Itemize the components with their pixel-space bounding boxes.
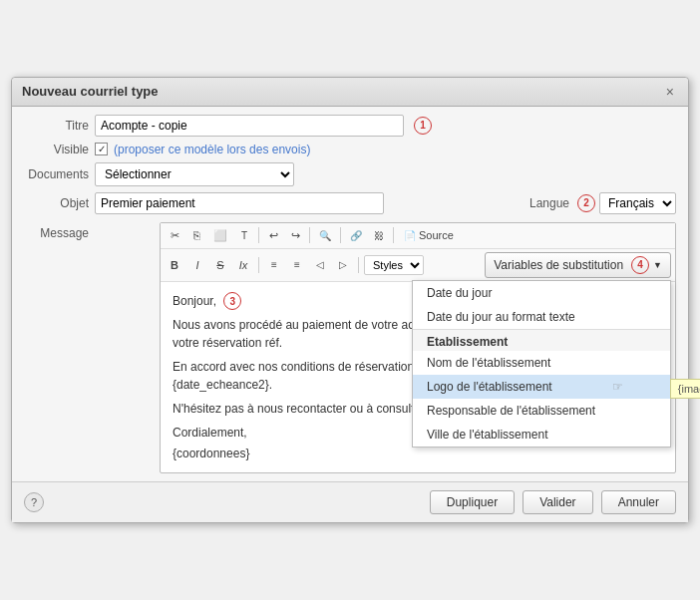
dropdown-item-date[interactable]: Date du jour — [413, 281, 670, 305]
copy-button[interactable]: ⎘ — [186, 226, 206, 244]
dropdown-arrow-icon: ▼ — [653, 260, 662, 270]
visible-row: Visible ✓ (proposer ce modèle lors des e… — [24, 143, 676, 156]
sep1 — [258, 227, 259, 243]
sep2 — [309, 227, 310, 243]
footer-buttons: Dupliquer Valider Annuler — [430, 490, 676, 514]
message-label: Message — [24, 222, 89, 474]
titre-label: Titre — [24, 119, 89, 133]
cursor-icon: ☞ — [612, 380, 623, 394]
badge-2: 2 — [577, 194, 595, 212]
variables-button[interactable]: Variables de substitution 4 ▼ — [485, 252, 671, 278]
logo-tooltip: {image_logo} — [670, 379, 700, 399]
objet-langue-row: Objet Langue 2 Français — [24, 192, 676, 214]
editor-line5-text: Cordialement, — [173, 426, 247, 440]
indent-left-button[interactable]: ◁ — [310, 256, 330, 273]
editor-line6: {coordonnees} — [173, 445, 663, 462]
titre-row: Titre 1 — [24, 115, 676, 137]
dropdown-item-logo[interactable]: Logo de l'établissement ☞ {image_logo} — [413, 375, 670, 399]
toolbar1: ✂ ⎘ ⬜ T ↩ ↪ 🔍 🔗 ⛓ 📄 Source — [161, 223, 675, 249]
dialog: Nouveau courriel type × Titre 1 Visible … — [11, 77, 689, 524]
titre-input[interactable] — [95, 115, 404, 137]
visible-link[interactable]: (proposer ce modèle lors des envois) — [114, 143, 310, 156]
toolbar2: B I S Ix ≡ ≡ ◁ ▷ Styles Variables de sub… — [161, 249, 675, 282]
message-section: Message ✂ ⎘ ⬜ T ↩ ↪ 🔍 🔗 ⛓ 📄 Source — [12, 222, 688, 482]
documents-row: Documents Sélectionner — [24, 162, 676, 186]
dropdown-item-date-text[interactable]: Date du jour au format texte — [413, 305, 670, 329]
editor-container: ✂ ⎘ ⬜ T ↩ ↪ 🔍 🔗 ⛓ 📄 Source B — [160, 222, 676, 474]
variables-label: Variables de substitution — [494, 258, 623, 272]
badge-3: 3 — [223, 292, 241, 310]
link-button[interactable]: 🔗 — [345, 227, 367, 244]
cancel-button[interactable]: Annuler — [601, 490, 676, 514]
italic-button[interactable]: I — [187, 256, 207, 274]
cut-button[interactable]: ✂ — [165, 226, 184, 245]
documents-label: Documents — [24, 167, 89, 181]
footer: ? Dupliquer Valider Annuler — [12, 481, 688, 522]
find-button[interactable]: 🔍 — [314, 227, 336, 244]
dialog-title: Nouveau courriel type — [22, 84, 159, 99]
close-button[interactable]: × — [662, 84, 678, 100]
ordered-list-button[interactable]: ≡ — [264, 256, 284, 273]
source-label: Source — [419, 229, 454, 241]
duplicate-button[interactable]: Dupliquer — [430, 490, 515, 514]
langue-label: Langue — [529, 196, 569, 210]
dropdown-item-logo-label: Logo de l'établissement — [427, 380, 552, 394]
langue-area: Langue 2 Français — [529, 192, 676, 214]
sep3 — [340, 227, 341, 243]
badge-1: 1 — [414, 117, 432, 135]
visible-label: Visible — [24, 143, 89, 156]
objet-label: Objet — [24, 196, 89, 210]
source-button[interactable]: 📄 Source — [398, 226, 460, 244]
unlink-button[interactable]: ⛓ — [369, 227, 389, 244]
badge-4: 4 — [631, 256, 649, 274]
dropdown-section-etablissement: Etablissement — [413, 329, 670, 351]
sep4 — [393, 227, 394, 243]
langue-select[interactable]: Français — [599, 192, 676, 214]
paste-text-button[interactable]: T — [234, 227, 254, 244]
visible-checkbox[interactable]: ✓ — [95, 143, 108, 155]
paste-button[interactable]: ⬜ — [208, 226, 232, 245]
help-button[interactable]: ? — [24, 492, 44, 512]
form-body: Titre 1 Visible ✓ (proposer ce modèle lo… — [12, 107, 688, 222]
dropdown-item-nom-etablissement[interactable]: Nom de l'établissement — [413, 351, 670, 375]
clear-format-button[interactable]: Ix — [233, 256, 253, 274]
objet-input[interactable] — [95, 192, 384, 214]
validate-button[interactable]: Valider — [523, 490, 592, 514]
title-bar: Nouveau courriel type × — [12, 78, 688, 107]
documents-select[interactable]: Sélectionner — [95, 162, 294, 186]
editor-line6-text: {coordonnees} — [173, 447, 249, 460]
bold-button[interactable]: B — [165, 256, 184, 274]
styles-select[interactable]: Styles — [364, 255, 424, 275]
unordered-list-button[interactable]: ≡ — [287, 256, 307, 273]
variables-area: Variables de substitution 4 ▼ Date du jo… — [485, 252, 671, 278]
dropdown-item-ville[interactable]: Ville de l'établissement — [413, 423, 670, 447]
undo-button[interactable]: ↩ — [263, 226, 283, 245]
indent-right-button[interactable]: ▷ — [333, 256, 353, 273]
source-icon: 📄 — [404, 230, 416, 241]
redo-button[interactable]: ↪ — [285, 226, 305, 245]
dropdown-item-responsable[interactable]: Responsable de l'établissement — [413, 399, 670, 423]
sep5 — [258, 257, 259, 273]
strikethrough-button[interactable]: S — [210, 256, 230, 274]
sep6 — [358, 257, 359, 273]
variables-dropdown: Date du jour Date du jour au format text… — [412, 280, 671, 448]
